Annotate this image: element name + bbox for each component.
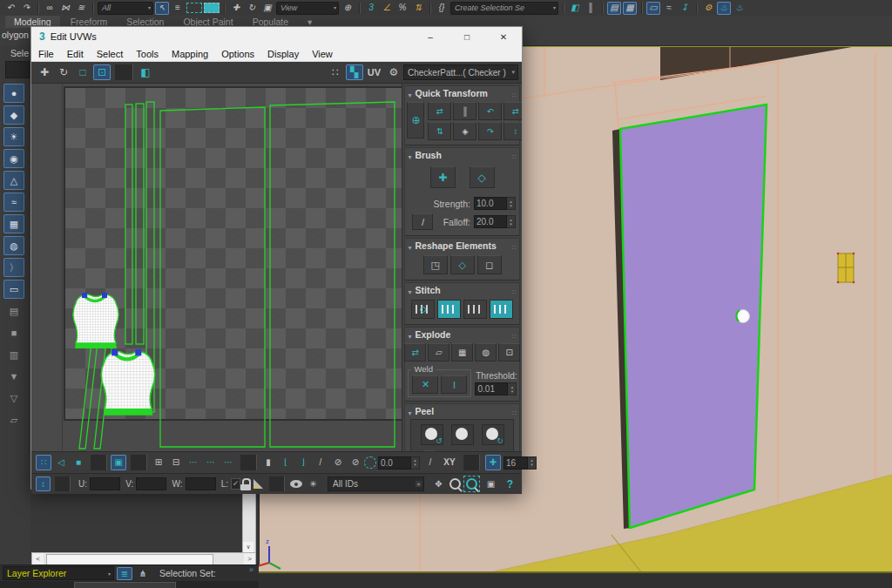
rectangular-selection-region-icon[interactable] [186, 3, 202, 13]
reference-coordinate-dropdown[interactable]: View [276, 2, 339, 15]
uv-island-rect[interactable] [270, 102, 395, 447]
triangle-ruler-icon[interactable]: △ [3, 171, 24, 190]
spinner[interactable] [528, 456, 537, 470]
absolute-typein-icon[interactable]: ↕ [36, 476, 51, 491]
edge-column-icon[interactable]: ▮ [260, 455, 276, 470]
spinner-snap-icon[interactable]: ⇅ [411, 2, 425, 15]
u-field[interactable] [90, 477, 120, 490]
folder-icon[interactable]: ▱ [3, 410, 24, 429]
face-mode-icon[interactable]: ■ [71, 455, 86, 470]
window-title-bar[interactable]: 3 Edit UVWs –□✕ [31, 27, 522, 46]
spinner[interactable] [507, 197, 516, 210]
detach-checkbox[interactable] [423, 450, 435, 451]
tile-bitmap-icon[interactable]: ∷ [327, 64, 344, 80]
collapse-caret-icon[interactable] [408, 327, 411, 342]
render-setup-icon[interactable]: ⚙ [701, 2, 715, 15]
help-icon[interactable]: ? [503, 476, 517, 491]
collapse-caret-icon[interactable] [408, 85, 411, 101]
menu-item[interactable]: Display [267, 49, 299, 59]
layer-explorer-toggle-icon[interactable]: ▤ [607, 2, 621, 15]
uv-island-mesh[interactable] [73, 293, 118, 348]
scroll-right-icon[interactable]: > [244, 553, 255, 564]
grow-selection-icon[interactable]: ⊞ [151, 455, 166, 470]
overflow-chevrons-icon[interactable]: » [249, 565, 253, 574]
explode-faces-icon[interactable]: ▦ [451, 343, 473, 362]
section-header[interactable]: Reshape Elements [405, 239, 519, 252]
scene-explorer-toggle-icon[interactable]: ▦ [623, 2, 637, 15]
collapse-caret-icon[interactable] [408, 147, 411, 163]
schematic-view-icon[interactable]: ↧ [678, 2, 692, 15]
checker-photo-icon[interactable]: ▦ [3, 214, 24, 233]
texture-options-icon[interactable]: ⚙ [385, 64, 402, 80]
snaps-toggle-3d-icon[interactable]: 3 [364, 2, 378, 15]
w-field[interactable] [186, 477, 216, 490]
waves-icon[interactable]: ≈ [3, 193, 24, 212]
mirror-uv-icon[interactable]: ◧ [137, 64, 154, 80]
spinner[interactable] [507, 215, 516, 228]
brush-size-field[interactable]: 16 [503, 456, 528, 470]
redo-icon[interactable]: ↷ [19, 2, 33, 15]
section-header[interactable]: Explode [405, 328, 519, 341]
material-id-dropdown[interactable]: All IDs [328, 476, 424, 491]
maximize-button[interactable]: □ [449, 27, 485, 46]
close-button[interactable]: ✕ [485, 27, 522, 46]
section-header[interactable]: Brush [405, 148, 519, 161]
layers-stack-icon[interactable]: ≣ [117, 567, 132, 580]
menu-item[interactable]: Edit [67, 49, 84, 59]
section-header[interactable]: Peel [405, 404, 519, 417]
zoom-icon[interactable] [449, 478, 461, 490]
camera-icon[interactable]: ◉ [3, 149, 24, 168]
use-pivot-center-icon[interactable]: ⊕ [341, 2, 355, 15]
select-and-rotate-icon[interactable]: ↻ [245, 2, 259, 15]
quick-peel-icon[interactable] [421, 424, 443, 445]
soft-selection-field[interactable]: 0.0 [378, 456, 411, 470]
uv-canvas[interactable] [31, 84, 402, 451]
spinner[interactable] [411, 456, 420, 470]
zoom-extents-cube-icon[interactable]: ▣ [483, 476, 498, 491]
menu-item[interactable]: Mapping [172, 49, 208, 59]
move-brush-icon[interactable]: ✚ [430, 166, 456, 188]
select-and-move-icon[interactable]: ✚ [229, 2, 243, 15]
paint-soft-selection-icon[interactable]: ✚ [485, 455, 501, 470]
eye-icon[interactable] [290, 480, 302, 488]
weld-selected-icon[interactable]: ✕ [412, 375, 438, 394]
section-header[interactable]: Quick Transform [405, 86, 519, 99]
window-object[interactable] [837, 253, 855, 283]
scale-uv-icon[interactable]: □ [74, 64, 91, 80]
bone-icon[interactable]: 〉 [3, 258, 24, 277]
freeform-gizmo-icon[interactable]: ⊡ [93, 64, 111, 80]
bind-to-space-warp-icon[interactable]: ≋ [74, 2, 88, 15]
align-icon[interactable]: ║ [584, 2, 598, 15]
angle-snap-icon[interactable]: ∠ [380, 2, 394, 15]
render-production-icon[interactable]: ♨ [733, 2, 747, 15]
shrink-loop-icon[interactable]: ⋯ [220, 455, 236, 470]
falloff-curve-icon[interactable]: / [412, 213, 433, 230]
window-crossing-selection-icon[interactable] [204, 3, 220, 13]
menu-item[interactable]: Tools [136, 49, 159, 59]
align-horizontal-icon[interactable]: ⇄ [428, 102, 451, 120]
select-and-link-icon[interactable]: ∞ [43, 2, 57, 15]
align-to-edge-down-icon[interactable]: ⌊ [278, 455, 294, 470]
section-header[interactable]: Stitch [405, 283, 519, 296]
pan-hand-icon[interactable]: ✥ [431, 476, 446, 491]
dome-icon[interactable]: ◍ [3, 236, 24, 255]
uv-island-mesh[interactable] [101, 349, 154, 416]
uv-island-strip[interactable] [79, 342, 98, 449]
shapes-icon[interactable]: ◆ [3, 105, 24, 125]
target-weld-icon[interactable]: I [441, 375, 467, 394]
named-selection-sets-icon[interactable]: {} [435, 2, 449, 15]
hierarchy-icon[interactable]: ⋔ [135, 567, 151, 580]
percent-snap-icon[interactable]: % [395, 2, 409, 15]
snowflake-freeze-icon[interactable]: ✳ [306, 476, 321, 491]
selection-filter-dropdown[interactable]: All [98, 2, 153, 15]
spinner[interactable] [508, 382, 517, 395]
zoom-region-icon[interactable] [463, 476, 480, 492]
align-grid-icon[interactable]: ◈ [453, 122, 476, 140]
list-icon[interactable]: ▤ [3, 301, 24, 321]
stitch-selected-icon[interactable] [437, 300, 461, 319]
strength-field[interactable]: 10.0 [474, 197, 507, 210]
steps-grid-icon[interactable]: ◳ [423, 255, 448, 274]
move-uv-icon[interactable]: ✚ [36, 64, 53, 80]
collapse-caret-icon[interactable] [408, 238, 411, 253]
falloff-type-icon[interactable]: / [422, 455, 438, 470]
